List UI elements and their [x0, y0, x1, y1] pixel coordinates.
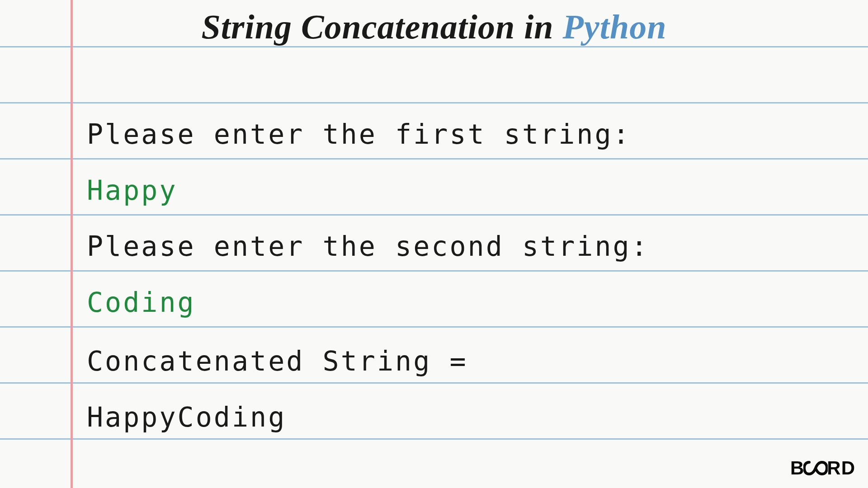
rule-line — [0, 438, 868, 440]
logo-right: RD — [827, 457, 855, 479]
margin-line — [71, 0, 73, 488]
board-logo: B RD — [790, 457, 855, 479]
notebook-paper: String Concatenation in Python Please en… — [0, 0, 868, 488]
input-first-string: Happy — [87, 174, 178, 206]
rule-line — [0, 214, 868, 216]
prompt-first-string: Please enter the first string: — [87, 118, 631, 150]
page-title: String Concatenation in Python — [0, 7, 868, 47]
infinity-icon — [803, 460, 828, 476]
prompt-second-string: Please enter the second string: — [87, 230, 649, 262]
title-accent: Python — [563, 8, 667, 46]
input-second-string: Coding — [87, 286, 196, 318]
rule-line — [0, 270, 868, 272]
rule-line — [0, 102, 868, 103]
title-main: String Concatenation in — [202, 8, 563, 46]
logo-left: B — [790, 457, 804, 479]
result-value: HappyCoding — [87, 401, 286, 433]
rule-line — [0, 382, 868, 384]
rule-line — [0, 158, 868, 160]
result-label: Concatenated String = — [87, 345, 486, 377]
rule-line — [0, 326, 868, 328]
